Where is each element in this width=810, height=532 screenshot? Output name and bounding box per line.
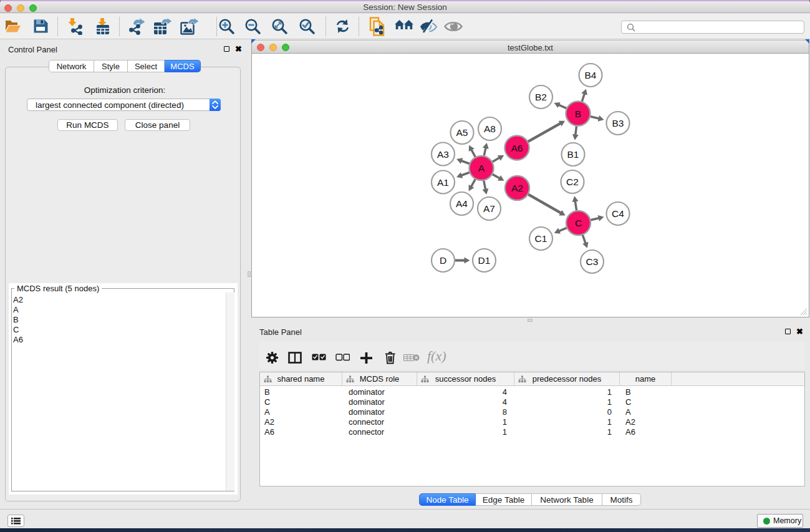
svg-text:A2: A2: [511, 183, 523, 193]
svg-text:C3: C3: [586, 256, 599, 267]
svg-text:B2: B2: [535, 92, 547, 102]
svg-text:A: A: [478, 163, 485, 173]
svg-text:C2: C2: [566, 177, 579, 187]
svg-text:A3: A3: [437, 149, 449, 160]
svg-text:A7: A7: [483, 203, 495, 214]
svg-text:B1: B1: [567, 149, 579, 160]
svg-text:B3: B3: [612, 118, 624, 128]
svg-text:A1: A1: [437, 177, 449, 188]
svg-text:D: D: [440, 255, 446, 266]
svg-text:B4: B4: [585, 70, 597, 80]
svg-text:C: C: [575, 218, 582, 228]
svg-text:B: B: [575, 109, 581, 119]
svg-text:C4: C4: [612, 208, 624, 219]
svg-text:A4: A4: [456, 198, 468, 209]
svg-text:A5: A5: [456, 127, 468, 138]
svg-text:A8: A8: [484, 123, 496, 134]
svg-text:A6: A6: [511, 143, 523, 153]
svg-text:C1: C1: [535, 233, 547, 244]
svg-text:D1: D1: [478, 255, 491, 266]
